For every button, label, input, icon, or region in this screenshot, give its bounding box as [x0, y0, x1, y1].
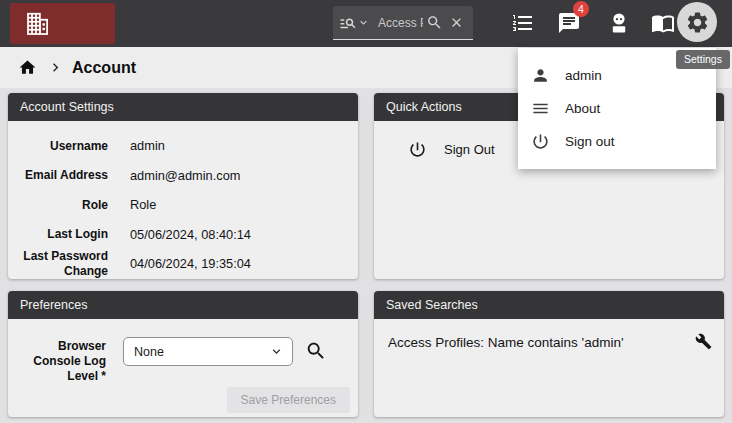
close-icon [449, 15, 464, 30]
log-level-selected-value: None [134, 345, 164, 359]
search-clear-button[interactable] [445, 9, 467, 37]
panel-preferences-header: Preferences [8, 291, 358, 319]
numbered-list-button[interactable] [511, 11, 535, 35]
settings-button[interactable] [677, 2, 717, 42]
global-search-field: Access P [333, 6, 473, 40]
saved-searches-body: Access Profiles: Name contains 'admin' [374, 319, 724, 350]
field-label: Username [16, 139, 108, 153]
menu-item-sign-out[interactable]: Sign out [518, 125, 716, 158]
search-input[interactable]: Access P [370, 16, 423, 30]
power-icon [531, 132, 550, 151]
manage-search-icon [339, 14, 357, 32]
page-title: Account [72, 59, 136, 77]
account-settings-body: Username admin Email Address admin@admin… [8, 121, 358, 279]
field-label: Email Address [16, 168, 108, 182]
account-row-last-password-change: Last Password Change 04/06/2024, 19:35:0… [16, 249, 348, 279]
search-icon [426, 14, 443, 31]
menu-item-about[interactable]: About [518, 92, 716, 125]
documentation-button[interactable] [651, 11, 675, 35]
panel-saved-searches-header: Saved Searches [374, 291, 724, 319]
panel-saved-searches: Saved Searches Access Profiles: Name con… [374, 291, 724, 417]
log-level-label: Browser Console Log Level * [16, 339, 106, 384]
home-icon[interactable] [18, 58, 37, 77]
app-logo[interactable] [10, 3, 115, 44]
wrench-icon[interactable] [695, 333, 712, 350]
account-row-email: Email Address admin@admin.com [16, 161, 348, 191]
notification-count-badge: 4 [573, 1, 589, 17]
top-bar: Access P 4 [0, 0, 732, 47]
account-row-role: Role Role [16, 190, 348, 220]
panel-account-settings-header: Account Settings [8, 93, 358, 121]
log-level-lookup-button[interactable] [305, 340, 327, 362]
menu-item-label: admin [565, 68, 602, 83]
menu-item-label: Sign out [565, 134, 615, 149]
field-label: Role [16, 198, 108, 212]
robot-icon [607, 11, 631, 35]
field-label: Last Password Change [16, 249, 108, 278]
field-value: 04/06/2024, 19:35:04 [130, 256, 251, 271]
sign-out-label: Sign Out [444, 142, 495, 157]
sign-out-action[interactable]: Sign Out [408, 140, 495, 159]
field-value: admin@admin.com [130, 168, 240, 183]
panel-preferences: Preferences Browser Console Log Level * … [8, 291, 358, 417]
log-level-select[interactable]: None [123, 337, 293, 366]
menu-lines-icon [531, 99, 550, 118]
app-screen: Access P 4 [0, 0, 732, 423]
person-icon [531, 66, 550, 85]
save-preferences-button[interactable]: Save Preferences [227, 387, 350, 413]
numbered-list-icon [511, 11, 535, 35]
chevron-right-icon [47, 59, 64, 76]
field-value: Role [130, 197, 156, 212]
saved-search-item[interactable]: Access Profiles: Name contains 'admin' [388, 333, 624, 350]
field-label: Last Login [16, 227, 108, 241]
chevron-down-icon [357, 16, 370, 29]
power-icon [408, 140, 427, 159]
preferences-body: Browser Console Log Level * None Save Pr… [8, 319, 358, 417]
account-row-username: Username admin [16, 131, 348, 161]
building-icon [23, 9, 53, 39]
account-row-last-login: Last Login 05/06/2024, 08:40:14 [16, 220, 348, 250]
menu-item-label: About [565, 101, 600, 116]
gear-icon [685, 10, 710, 35]
panel-account-settings: Account Settings Username admin Email Ad… [8, 93, 358, 279]
assistant-button[interactable] [607, 11, 631, 35]
field-value: admin [130, 138, 165, 153]
book-icon [651, 11, 675, 35]
field-value: 05/06/2024, 08:40:14 [130, 227, 251, 242]
search-scope-selector[interactable] [339, 14, 370, 32]
search-submit-button[interactable] [423, 9, 445, 37]
settings-tooltip: Settings [676, 50, 730, 69]
log-level-field-row: Browser Console Log Level * None [16, 337, 358, 384]
chevron-down-icon [269, 344, 284, 359]
